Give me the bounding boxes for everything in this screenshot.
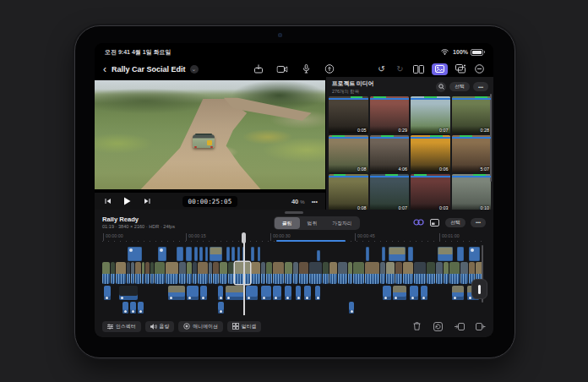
media-more-button[interactable]: ••• <box>473 82 488 91</box>
media-thumbnail[interactable]: 5:07 <box>452 135 492 172</box>
primary-clip[interactable] <box>213 262 219 284</box>
audio-clip[interactable] <box>200 286 207 300</box>
replace-clip-icon[interactable] <box>433 321 444 332</box>
primary-clip[interactable] <box>102 262 110 284</box>
audio-clip[interactable] <box>261 286 271 300</box>
media-thumbnail[interactable]: 0:05 <box>329 96 368 134</box>
audio-clip[interactable] <box>273 286 281 300</box>
primary-clip[interactable] <box>403 262 413 284</box>
primary-clip[interactable] <box>299 262 308 284</box>
viewer-more-button[interactable]: ••• <box>312 199 318 205</box>
edit-mode-tab-2[interactable]: 가장자리 <box>324 217 359 229</box>
primary-clip[interactable] <box>460 262 468 284</box>
audio-clip[interactable] <box>285 286 291 300</box>
connected-clip[interactable] <box>366 247 369 261</box>
connected-clip[interactable] <box>177 247 183 261</box>
audio-clip[interactable] <box>218 302 224 314</box>
media-thumbnail[interactable]: 0:06 <box>411 135 450 172</box>
connected-clip[interactable] <box>231 247 235 261</box>
primary-clip[interactable] <box>111 262 115 284</box>
edit-mode-tab-1[interactable]: 범위 <box>300 217 325 229</box>
audio-clip[interactable] <box>349 302 354 314</box>
primary-clip[interactable] <box>273 262 284 284</box>
primary-clip[interactable] <box>198 262 208 284</box>
primary-clip[interactable] <box>116 262 126 284</box>
primary-clip[interactable] <box>309 262 322 284</box>
connected-clip[interactable] <box>408 247 413 261</box>
connect-clips-icon[interactable] <box>413 217 424 228</box>
audio-clip[interactable] <box>187 286 199 300</box>
audio-clip[interactable] <box>393 286 406 300</box>
primary-clip[interactable] <box>380 262 385 284</box>
connected-clip[interactable] <box>226 247 230 261</box>
primary-clip[interactable] <box>261 262 265 284</box>
primary-clip[interactable] <box>427 262 435 284</box>
record-voiceover-icon[interactable] <box>324 63 335 74</box>
primary-clip[interactable] <box>449 262 460 284</box>
add-overlay-icon[interactable] <box>455 63 466 74</box>
timecode-display[interactable]: 00:00:25:05 <box>182 196 238 207</box>
primary-clip[interactable] <box>365 262 379 284</box>
timeline-more-button[interactable]: ••• <box>471 218 486 227</box>
audio-clip[interactable] <box>138 302 144 314</box>
skip-back-icon[interactable] <box>102 196 113 207</box>
media-select-button[interactable]: 선택 <box>449 82 470 91</box>
primary-clip[interactable] <box>444 262 449 284</box>
media-browser-toggle-icon[interactable] <box>432 63 448 75</box>
redo-icon[interactable]: ↻ <box>395 63 406 74</box>
camera-icon[interactable] <box>277 63 288 74</box>
audio-clip[interactable] <box>226 286 244 300</box>
primary-clip[interactable] <box>251 262 260 284</box>
primary-clip[interactable] <box>285 262 292 284</box>
audio-clip[interactable] <box>304 286 311 300</box>
primary-clip[interactable] <box>353 262 364 284</box>
media-thumbnail[interactable]: 4:06 <box>370 135 410 172</box>
animation-button[interactable]: 애니메이션 <box>178 321 222 332</box>
audio-clip[interactable] <box>218 286 223 300</box>
primary-clip[interactable] <box>135 262 141 284</box>
audio-clip[interactable] <box>296 286 301 300</box>
primary-clip[interactable] <box>329 262 337 284</box>
mic-icon[interactable] <box>301 63 312 74</box>
primary-clip[interactable] <box>436 262 443 284</box>
insert-clip-icon[interactable] <box>454 321 465 332</box>
video-preview[interactable] <box>95 80 325 189</box>
connected-clip[interactable] <box>317 250 320 261</box>
connected-clip[interactable] <box>205 247 208 261</box>
media-thumbnail[interactable]: 0:10 <box>452 174 492 210</box>
media-thumbnail[interactable]: 0:28 <box>452 96 492 134</box>
primary-clip[interactable] <box>266 262 272 284</box>
audio-clip[interactable] <box>122 302 128 314</box>
media-thumbnail[interactable]: 0:03 <box>411 174 450 210</box>
hide-panel-icon[interactable] <box>474 63 485 74</box>
media-thumbnail[interactable]: 0:08 <box>329 135 368 172</box>
search-icon[interactable] <box>436 82 446 92</box>
primary-clip[interactable] <box>145 262 150 284</box>
connected-clip[interactable] <box>237 247 240 261</box>
multicam-button[interactable]: 멀티캠 <box>227 321 262 332</box>
primary-clip[interactable] <box>155 262 165 284</box>
playback-speed[interactable]: 40% <box>291 198 305 205</box>
overlay-view-icon[interactable] <box>429 217 440 228</box>
append-clip-icon[interactable] <box>475 321 486 332</box>
audio-clip[interactable] <box>168 286 185 300</box>
primary-clip[interactable] <box>228 262 234 284</box>
primary-clip[interactable] <box>338 262 347 284</box>
primary-clip[interactable] <box>395 262 402 284</box>
media-thumbnail[interactable]: 0:07 <box>411 96 450 134</box>
audio-clip[interactable] <box>246 286 258 300</box>
import-icon[interactable] <box>253 63 264 74</box>
connected-clip[interactable] <box>438 247 453 261</box>
primary-clip[interactable] <box>220 262 227 284</box>
media-thumbnail[interactable]: 0:07 <box>370 174 410 210</box>
timeline-zoom-handle[interactable] <box>471 279 487 299</box>
connected-clip[interactable] <box>199 247 203 261</box>
project-menu-button[interactable]: ⌄ <box>190 65 199 74</box>
connected-clip[interactable] <box>158 247 166 261</box>
connected-clip[interactable] <box>128 247 142 261</box>
primary-clip[interactable] <box>348 262 352 284</box>
primary-clip[interactable] <box>131 262 134 284</box>
connected-clip[interactable] <box>251 247 254 261</box>
audio-clip[interactable] <box>130 302 136 314</box>
connected-clip[interactable] <box>210 247 222 261</box>
